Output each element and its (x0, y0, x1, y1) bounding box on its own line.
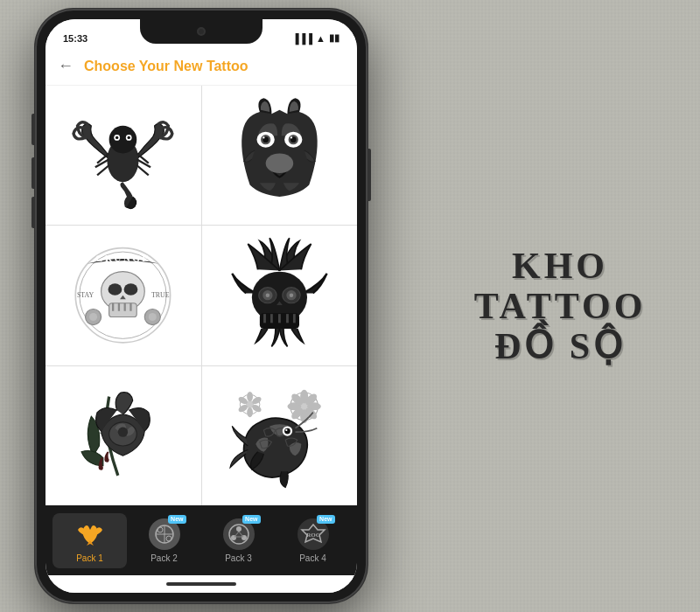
home-indicator (46, 575, 357, 593)
svg-point-65 (247, 392, 253, 401)
tab-bar: Pack 1 New Pack 2 (46, 505, 357, 575)
pack4-new-badge: New (317, 515, 334, 524)
svg-point-45 (290, 294, 294, 298)
svg-point-36 (89, 313, 97, 321)
status-time: 15:33 (63, 33, 88, 44)
phone-wrapper: 15:33 ▐▐▐ ▲ ▮▮ ← Choose Your New Tattoo (35, 9, 368, 603)
svg-point-29 (124, 283, 138, 296)
svg-point-73 (285, 428, 287, 430)
tattoo-cell-rose[interactable] (46, 366, 201, 505)
svg-point-20 (265, 153, 293, 173)
tab4-label: Pack 4 (299, 553, 326, 563)
svg-point-28 (108, 283, 122, 296)
tattoo-cell-scorpion[interactable] (46, 86, 201, 225)
svg-line-7 (137, 165, 150, 175)
brand-line2: ĐỒ SỘ (494, 326, 626, 366)
grunge-svg: GRUNGE STAY TRUE (57, 236, 189, 354)
wifi-icon: ▲ (316, 33, 326, 44)
svg-point-75 (158, 527, 163, 532)
svg-point-44 (265, 294, 270, 298)
svg-text:GRUNGE: GRUNGE (95, 254, 150, 264)
tattoo-cell-dark-skull[interactable] (202, 226, 358, 365)
tab-pack3[interactable]: New Pack 3 (201, 513, 276, 568)
svg-text:TRUE: TRUE (151, 291, 170, 299)
svg-point-52 (118, 427, 128, 436)
tattoo-grid: GRUNGE STAY TRUE (46, 86, 357, 505)
phone-screen: 15:33 ▐▐▐ ▲ ▮▮ ← Choose Your New Tattoo (46, 19, 357, 593)
tab-pack2[interactable]: New Pack 2 (127, 513, 201, 568)
tab3-label: Pack 3 (225, 553, 252, 563)
tab-pack1[interactable]: Pack 1 (52, 513, 127, 568)
notch-camera (197, 27, 206, 36)
app-header: ← Choose Your New Tattoo (46, 47, 357, 86)
wolf-svg (214, 96, 346, 214)
battery-icon: ▮▮ (329, 32, 340, 44)
svg-point-72 (284, 428, 290, 434)
tab-pack4[interactable]: ROC New Pack 4 (276, 513, 350, 568)
svg-text:STAY: STAY (77, 291, 94, 299)
brand-text-container: KHO TATTOO ĐỒ SỘ (420, 246, 700, 367)
svg-line-4 (97, 165, 109, 175)
rose-svg (57, 377, 189, 495)
koi-svg (214, 377, 346, 495)
tattoo-cell-grunge[interactable]: GRUNGE STAY TRUE (46, 226, 201, 365)
dark-skull-svg (214, 236, 346, 354)
signal-icon: ▐▐▐ (292, 33, 312, 44)
pack3-new-badge: New (242, 515, 260, 524)
back-button[interactable]: ← (58, 57, 74, 75)
svg-text:ROC: ROC (306, 532, 320, 539)
tattoo-cell-wolf[interactable] (202, 86, 358, 225)
svg-point-19 (290, 136, 292, 138)
tattoo-cell-koi[interactable] (202, 366, 358, 505)
svg-point-78 (236, 526, 242, 532)
tab2-label: Pack 2 (150, 553, 178, 563)
svg-point-11 (128, 136, 130, 139)
home-bar (166, 582, 236, 586)
notch (140, 19, 262, 44)
svg-point-37 (149, 313, 157, 321)
svg-point-76 (166, 536, 172, 541)
svg-point-10 (116, 136, 118, 139)
svg-point-1 (109, 126, 137, 154)
brand-line1: KHO TATTOO (420, 246, 700, 326)
svg-point-68 (247, 407, 253, 417)
scorpion-svg (57, 96, 189, 214)
page-title: Choose Your New Tattoo (84, 59, 248, 74)
tab1-label: Pack 1 (76, 553, 103, 563)
status-icons: ▐▐▐ ▲ ▮▮ (292, 32, 340, 44)
svg-point-18 (262, 136, 264, 138)
pack2-new-badge: New (168, 515, 186, 524)
